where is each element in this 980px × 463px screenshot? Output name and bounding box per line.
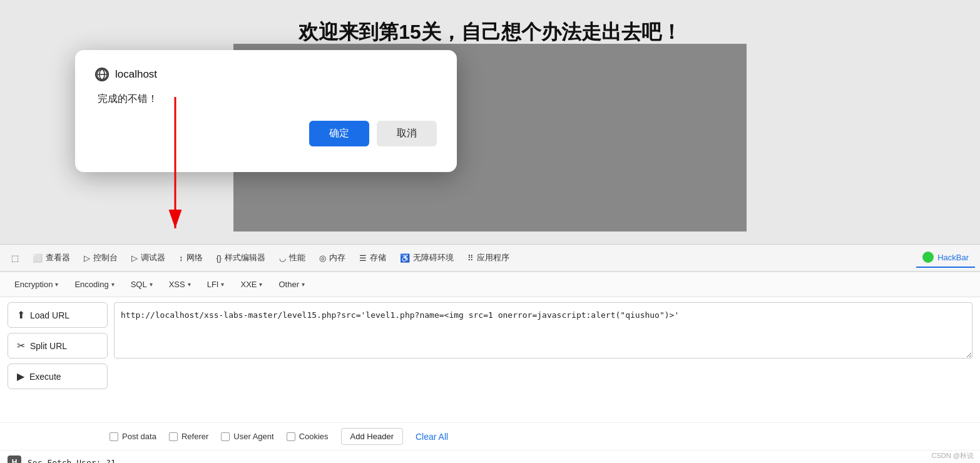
devtools-tab-console[interactable]: ▷ 控制台 [78, 248, 124, 267]
encryption-label: Encryption [14, 280, 53, 289]
xss-chevron: ▾ [188, 281, 191, 288]
referer-option[interactable]: Referer [169, 432, 208, 441]
load-url-button[interactable]: ⬆ Load URL [8, 302, 108, 328]
memory-label: 内存 [329, 252, 345, 263]
post-data-option[interactable]: Post data [110, 432, 156, 441]
other-label: Other [278, 280, 299, 289]
style-label: 样式编辑器 [225, 252, 265, 263]
network-label: 网络 [186, 252, 203, 263]
devtools-tab-apps[interactable]: ⠿ 应用程序 [461, 248, 516, 267]
hackbar-panel: Encryption ▾ Encoding ▾ SQL ▾ XSS ▾ LFI … [0, 272, 980, 463]
console-label: 控制台 [93, 252, 118, 263]
post-data-checkbox[interactable] [110, 432, 118, 441]
menu-xxe[interactable]: XXE ▾ [233, 276, 269, 293]
sql-chevron: ▾ [150, 281, 153, 288]
inspector-icon: ⬜ [33, 253, 43, 263]
debugger-label: 调试器 [141, 252, 165, 263]
url-area [114, 302, 972, 417]
menu-encoding[interactable]: Encoding ▾ [68, 276, 121, 293]
menu-other[interactable]: Other ▾ [272, 276, 312, 293]
devtools-tab-performance[interactable]: ◡ 性能 [273, 248, 312, 267]
apps-label: 应用程序 [477, 252, 509, 263]
menu-xss[interactable]: XSS ▾ [162, 276, 198, 293]
menu-lfi[interactable]: LFI ▾ [200, 276, 232, 293]
watermark: CSDN @秋说 [932, 451, 974, 460]
hackbar-main: ⬆ Load URL ✂ Split URL ▶ Execute [0, 297, 980, 422]
referer-checkbox[interactable] [169, 432, 178, 441]
execute-label: Execute [29, 372, 61, 382]
apps-icon: ⠿ [467, 253, 474, 263]
load-url-icon: ⬆ [17, 309, 25, 321]
encryption-chevron: ▾ [55, 281, 58, 288]
sec-fetch-value: Sec-Fetch-User: ?1 [28, 458, 116, 464]
devtools-tab-network[interactable]: ↕ 网络 [173, 248, 209, 267]
confirm-button[interactable]: 确定 [309, 121, 369, 146]
execute-button[interactable]: ▶ Execute [8, 364, 108, 389]
devtools-tab-memory[interactable]: ◎ 内存 [313, 248, 352, 267]
page-title: 欢迎来到第15关，自己想个办法走出去吧！ [0, 6, 980, 46]
hackbar-options: Post data Referer User Agent Cookies Add… [0, 422, 980, 450]
performance-label: 性能 [289, 252, 305, 263]
cookies-option[interactable]: Cookies [287, 432, 329, 441]
globe-icon [95, 68, 109, 81]
memory-icon: ◎ [319, 253, 326, 263]
load-url-label: Load URL [30, 310, 69, 320]
devtools-bar: ⬚ ⬜ 查看器 ▷ 控制台 ▷ 调试器 ↕ 网络 {} 样式编辑器 ◡ 性能 ◎… [0, 244, 980, 272]
sec-fetch-row: H Sec-Fetch-User: ?1 [0, 450, 980, 463]
encoding-label: Encoding [74, 280, 108, 289]
post-data-label: Post data [122, 432, 156, 441]
devtools-tab-pick[interactable]: ⬚ [5, 250, 25, 267]
dialog-box: localhost 完成的不错！ 确定 取消 [75, 50, 457, 172]
devtools-tab-accessibility[interactable]: ♿ 无障碍环境 [394, 248, 460, 267]
storage-icon: ☰ [359, 253, 367, 263]
top-area: 欢迎来到第15关，自己想个办法走出去吧！ localhost 完成的不错！ 确定… [0, 0, 980, 244]
debugger-icon: ▷ [131, 253, 138, 263]
accessibility-icon: ♿ [400, 253, 410, 263]
style-icon: {} [217, 253, 222, 263]
devtools-tab-style[interactable]: {} 样式编辑器 [210, 248, 272, 267]
encoding-chevron: ▾ [111, 281, 115, 288]
devtools-tab-hackbar[interactable]: HackBar [916, 248, 975, 268]
console-icon: ▷ [84, 253, 90, 263]
performance-icon: ◡ [279, 253, 286, 263]
sql-label: SQL [131, 280, 147, 289]
hackbar-buttons: ⬆ Load URL ✂ Split URL ▶ Execute [8, 302, 108, 417]
menu-sql[interactable]: SQL ▾ [124, 276, 160, 293]
inspector-label: 查看器 [46, 252, 70, 263]
xss-label: XSS [169, 280, 185, 289]
h-badge: H [8, 455, 21, 463]
devtools-tab-debugger[interactable]: ▷ 调试器 [125, 248, 171, 267]
lfi-chevron: ▾ [221, 281, 224, 288]
cancel-button[interactable]: 取消 [377, 121, 437, 146]
split-url-button[interactable]: ✂ Split URL [8, 333, 108, 359]
devtools-tab-storage[interactable]: ☰ 存储 [353, 248, 392, 267]
execute-icon: ▶ [17, 370, 24, 382]
xxe-chevron: ▾ [259, 281, 262, 288]
cookies-label: Cookies [299, 432, 329, 441]
user-agent-label: User Agent [233, 432, 273, 441]
user-agent-checkbox[interactable] [221, 432, 230, 441]
split-url-icon: ✂ [17, 340, 25, 352]
dialog-message: 完成的不错！ [95, 93, 437, 106]
devtools-tab-inspector[interactable]: ⬜ 查看器 [26, 248, 76, 267]
cookies-checkbox[interactable] [287, 432, 295, 441]
hackbar-menu: Encryption ▾ Encoding ▾ SQL ▾ XSS ▾ LFI … [0, 272, 980, 297]
url-input[interactable] [114, 302, 972, 359]
pick-icon: ⬚ [11, 253, 19, 263]
xxe-label: XXE [240, 280, 257, 289]
split-url-label: Split URL [30, 341, 67, 351]
dialog-host: localhost [115, 68, 157, 81]
add-header-button[interactable]: Add Header [341, 428, 403, 445]
dialog-buttons: 确定 取消 [95, 121, 437, 146]
lfi-label: LFI [207, 280, 219, 289]
storage-label: 存储 [370, 252, 386, 263]
menu-encryption[interactable]: Encryption ▾ [8, 276, 65, 293]
user-agent-option[interactable]: User Agent [221, 432, 273, 441]
referer-label: Referer [181, 432, 208, 441]
hackbar-label: HackBar [937, 253, 969, 262]
network-icon: ↕ [179, 253, 183, 263]
dialog-header: localhost [95, 68, 437, 81]
hackbar-icon [922, 252, 934, 263]
clear-all-button[interactable]: Clear All [416, 432, 448, 442]
accessibility-label: 无障碍环境 [413, 252, 454, 263]
